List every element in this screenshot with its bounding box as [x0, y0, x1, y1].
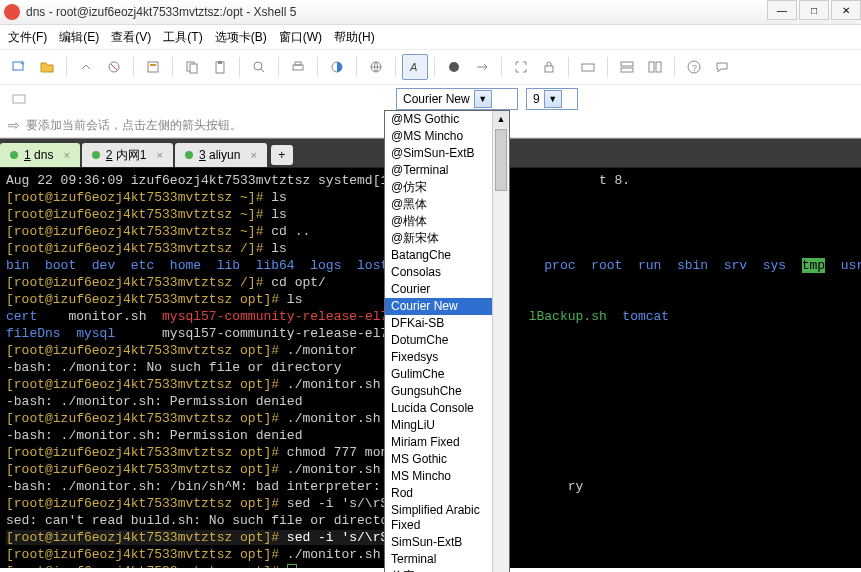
tab-dns[interactable]: 1 dns × — [0, 143, 80, 167]
font-option[interactable]: Courier — [385, 281, 509, 298]
font-row: Courier New ▼ 9 ▼ — [0, 85, 861, 113]
font-option[interactable]: @SimSun-ExtB — [385, 145, 509, 162]
font-family-combo[interactable]: Courier New ▼ — [396, 88, 518, 110]
menu-view[interactable]: 查看(V) — [111, 29, 151, 46]
tab-aliyun[interactable]: 3 aliyun × — [175, 143, 267, 167]
svg-rect-20 — [649, 62, 654, 72]
font-option[interactable]: Simplified Arabic Fixed — [385, 502, 509, 534]
close-icon[interactable]: × — [157, 149, 163, 161]
menu-file[interactable]: 文件(F) — [8, 29, 47, 46]
font-option[interactable]: Fixedsys — [385, 349, 509, 366]
encoding-icon[interactable] — [363, 54, 389, 80]
font-size-combo[interactable]: 9 ▼ — [526, 88, 578, 110]
tile-v-icon[interactable] — [642, 54, 668, 80]
font-option[interactable]: GungsuhChe — [385, 383, 509, 400]
cursor — [287, 564, 297, 568]
font-option[interactable]: 仿宋 — [385, 568, 509, 572]
font-option[interactable]: DFKai-SB — [385, 315, 509, 332]
status-dot-icon — [185, 151, 193, 159]
font-family-value: Courier New — [403, 92, 470, 106]
xagent-icon[interactable] — [441, 54, 467, 80]
tab-intranet[interactable]: 2 内网1 × — [82, 143, 173, 167]
app-icon — [4, 4, 20, 20]
window-title: dns - root@izuf6eozj4kt7533mvtztsz:/opt … — [26, 5, 857, 19]
paste-icon[interactable] — [207, 54, 233, 80]
copy-icon[interactable] — [179, 54, 205, 80]
lock-icon[interactable] — [536, 54, 562, 80]
arrow-icon[interactable]: ⇨ — [8, 117, 20, 133]
scroll-thumb[interactable] — [495, 129, 507, 191]
font-option[interactable]: @MS Gothic — [385, 111, 509, 128]
separator — [239, 57, 240, 77]
svg-point-15 — [449, 62, 459, 72]
font-dropdown[interactable]: ▲ ▼ @MS Gothic@MS Mincho@SimSun-ExtB@Ter… — [384, 110, 510, 572]
color-scheme-icon[interactable] — [324, 54, 350, 80]
keyboard-icon[interactable] — [575, 54, 601, 80]
fullscreen-icon[interactable] — [508, 54, 534, 80]
font-option[interactable]: MS Mincho — [385, 468, 509, 485]
separator — [501, 57, 502, 77]
font-option[interactable]: Lucida Console — [385, 400, 509, 417]
close-button[interactable]: ✕ — [831, 0, 861, 20]
menu-tools[interactable]: 工具(T) — [163, 29, 202, 46]
disconnect-icon[interactable] — [101, 54, 127, 80]
font-size-value: 9 — [533, 92, 540, 106]
scrollbar[interactable]: ▲ ▼ — [492, 111, 509, 572]
font-option[interactable]: MingLiU — [385, 417, 509, 434]
separator — [278, 57, 279, 77]
svg-text:+: + — [20, 59, 25, 68]
font-option[interactable]: GulimChe — [385, 366, 509, 383]
window-controls: — □ ✕ — [765, 0, 861, 20]
help-icon[interactable]: ? — [681, 54, 707, 80]
maximize-button[interactable]: □ — [799, 0, 829, 20]
font-option[interactable]: Terminal — [385, 551, 509, 568]
chat-icon[interactable] — [709, 54, 735, 80]
font-icon[interactable]: A — [402, 54, 428, 80]
font-option[interactable]: BatangChe — [385, 247, 509, 264]
close-icon[interactable]: × — [63, 149, 69, 161]
font-option[interactable]: @仿宋 — [385, 179, 509, 196]
menu-window[interactable]: 窗口(W) — [279, 29, 322, 46]
separator — [317, 57, 318, 77]
font-option[interactable]: MS Gothic — [385, 451, 509, 468]
separator — [674, 57, 675, 77]
font-option[interactable]: Consolas — [385, 264, 509, 281]
menu-tabs[interactable]: 选项卡(B) — [215, 29, 267, 46]
find-icon[interactable] — [246, 54, 272, 80]
svg-text:A: A — [409, 61, 417, 73]
chevron-down-icon[interactable]: ▼ — [544, 90, 562, 108]
svg-text:?: ? — [692, 63, 697, 73]
new-session-icon[interactable]: + — [6, 54, 32, 80]
menu-help[interactable]: 帮助(H) — [334, 29, 375, 46]
chevron-down-icon[interactable]: ▼ — [474, 90, 492, 108]
font-option[interactable]: Rod — [385, 485, 509, 502]
font-option[interactable]: @Terminal — [385, 162, 509, 179]
status-dot-icon — [92, 151, 100, 159]
font-option[interactable]: @楷体 — [385, 213, 509, 230]
font-option[interactable]: @MS Mincho — [385, 128, 509, 145]
svg-rect-8 — [218, 61, 222, 64]
add-tab-button[interactable]: + — [271, 145, 293, 165]
svg-rect-21 — [656, 62, 661, 72]
reconnect-icon[interactable] — [73, 54, 99, 80]
font-option[interactable]: Miriam Fixed — [385, 434, 509, 451]
address-icon[interactable] — [6, 86, 32, 112]
font-option[interactable]: Courier New — [385, 298, 509, 315]
print-icon[interactable] — [285, 54, 311, 80]
xftp-icon[interactable] — [469, 54, 495, 80]
menu-edit[interactable]: 编辑(E) — [59, 29, 99, 46]
separator — [568, 57, 569, 77]
close-icon[interactable]: × — [250, 149, 256, 161]
font-option[interactable]: DotumChe — [385, 332, 509, 349]
scroll-up-icon[interactable]: ▲ — [493, 111, 509, 127]
separator — [66, 57, 67, 77]
font-option[interactable]: SimSun-ExtB — [385, 534, 509, 551]
tile-h-icon[interactable] — [614, 54, 640, 80]
properties-icon[interactable] — [140, 54, 166, 80]
separator — [434, 57, 435, 77]
minimize-button[interactable]: — — [767, 0, 797, 20]
font-option[interactable]: @黑体 — [385, 196, 509, 213]
separator — [356, 57, 357, 77]
font-option[interactable]: @新宋体 — [385, 230, 509, 247]
open-icon[interactable] — [34, 54, 60, 80]
